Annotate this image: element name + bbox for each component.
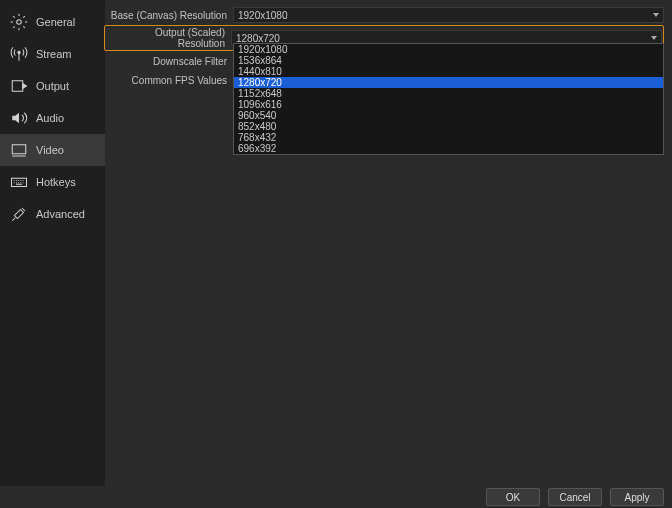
sidebar-item-label: General xyxy=(36,16,75,28)
dialog-footer: OK Cancel Apply xyxy=(0,486,672,508)
dropdown-option[interactable]: 1920x1080 xyxy=(234,44,663,55)
dropdown-option[interactable]: 1280x720 xyxy=(234,77,663,88)
downscale-filter-label: Downscale Filter xyxy=(106,56,233,67)
dropdown-option[interactable]: 852x480 xyxy=(234,121,663,132)
sidebar-item-label: Video xyxy=(36,144,64,156)
base-resolution-dropdown[interactable]: 1920x1080 xyxy=(233,7,664,23)
svg-rect-2 xyxy=(12,81,23,92)
ok-button[interactable]: OK xyxy=(486,488,540,506)
tools-icon xyxy=(10,205,28,223)
broadcast-icon xyxy=(10,45,28,63)
dropdown-option[interactable]: 768x432 xyxy=(234,132,663,143)
dropdown-option[interactable]: 1440x810 xyxy=(234,66,663,77)
base-resolution-value: 1920x1080 xyxy=(238,10,288,21)
output-resolution-dropdown-list[interactable]: 1920x10801536x8641440x8101280x7201152x64… xyxy=(233,43,664,155)
sidebar-item-label: Hotkeys xyxy=(36,176,76,188)
sidebar-item-hotkeys[interactable]: Hotkeys xyxy=(0,166,105,198)
base-resolution-label: Base (Canvas) Resolution xyxy=(106,10,233,21)
monitor-icon xyxy=(10,141,28,159)
dropdown-option[interactable]: 1096x616 xyxy=(234,99,663,110)
output-icon xyxy=(10,77,28,95)
dropdown-option[interactable]: 1536x864 xyxy=(234,55,663,66)
svg-rect-3 xyxy=(12,145,26,154)
sidebar-item-video[interactable]: Video xyxy=(0,134,105,166)
cancel-button[interactable]: Cancel xyxy=(548,488,602,506)
fps-label: Common FPS Values xyxy=(106,75,233,86)
base-resolution-row: Base (Canvas) Resolution 1920x1080 xyxy=(106,6,664,24)
sidebar-item-advanced[interactable]: Advanced xyxy=(0,198,105,230)
sidebar-item-label: Output xyxy=(36,80,69,92)
sidebar-item-general[interactable]: General xyxy=(0,6,105,38)
sidebar-item-stream[interactable]: Stream xyxy=(0,38,105,70)
dropdown-option[interactable]: 960x540 xyxy=(234,110,663,121)
sidebar: General Stream Output Audio Video Hotkey… xyxy=(0,0,105,486)
output-resolution-label: Output (Scaled) Resolution xyxy=(106,27,231,49)
gear-icon xyxy=(10,13,28,31)
sidebar-item-label: Stream xyxy=(36,48,71,60)
speaker-icon xyxy=(10,109,28,127)
sidebar-item-label: Advanced xyxy=(36,208,85,220)
chevron-down-icon xyxy=(651,9,661,21)
keyboard-icon xyxy=(10,173,28,191)
dropdown-option[interactable]: 1152x648 xyxy=(234,88,663,99)
svg-point-1 xyxy=(18,51,20,53)
sidebar-item-label: Audio xyxy=(36,112,64,124)
sidebar-item-output[interactable]: Output xyxy=(0,70,105,102)
dropdown-option[interactable]: 696x392 xyxy=(234,143,663,154)
sidebar-item-audio[interactable]: Audio xyxy=(0,102,105,134)
apply-button[interactable]: Apply xyxy=(610,488,664,506)
output-resolution-value: 1280x720 xyxy=(236,33,280,44)
svg-point-0 xyxy=(17,20,22,25)
